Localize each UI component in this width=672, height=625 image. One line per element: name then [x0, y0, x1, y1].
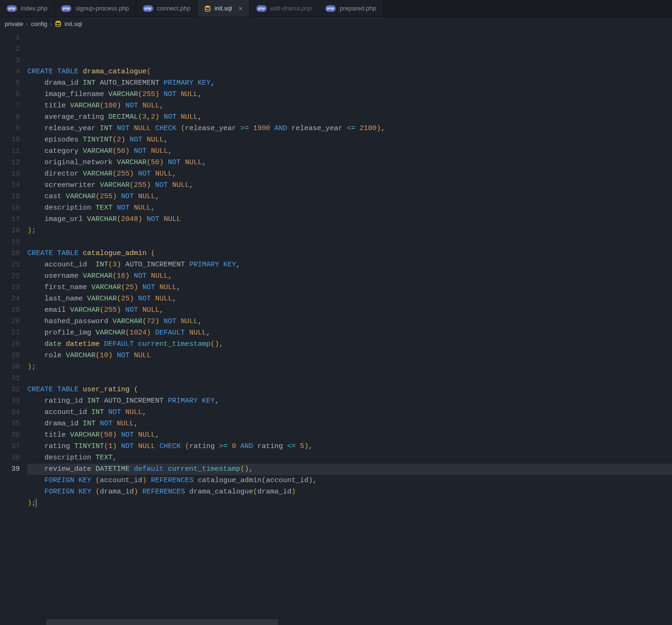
line-number: 13	[0, 168, 20, 180]
code-line[interactable]: rating TINYINT(1) NOT NULL CHECK (rating…	[27, 441, 672, 452]
line-number: 22	[0, 271, 20, 282]
tab-label: signup-process.php	[75, 5, 129, 12]
code-line[interactable]: hashed_password VARCHAR(72) NOT NULL,	[27, 316, 672, 327]
tab-connect-php[interactable]: phpconnect.php	[136, 0, 198, 17]
code-line[interactable]: drama_id INT AUTO_INCREMENT PRIMARY KEY,	[27, 78, 672, 89]
line-number: 34	[0, 407, 20, 418]
line-number: 38	[0, 452, 20, 464]
code-line[interactable]: release_year INT NOT NULL CHECK (release…	[27, 123, 672, 134]
line-number: 17	[0, 214, 20, 225]
text-cursor	[36, 499, 36, 507]
code-line[interactable]: profile_img VARCHAR(1024) DEFAULT NULL,	[27, 327, 672, 339]
code-line[interactable]: title VARCHAR(100) NOT NULL,	[27, 100, 672, 112]
code-line[interactable]: );	[27, 361, 672, 373]
line-number: 8	[0, 112, 20, 123]
php-icon: php	[7, 5, 17, 12]
code-line[interactable]: first_name VARCHAR(25) NOT NULL,	[27, 282, 672, 293]
line-number: 26	[0, 316, 20, 327]
tab-label: prepared.php	[340, 5, 376, 12]
code-line[interactable]: CREATE TABLE drama_catalogue(	[27, 66, 672, 78]
code-line[interactable]: role VARCHAR(10) NOT NULL	[27, 350, 672, 361]
code-line[interactable]: rating_id INT AUTO_INCREMENT PRIMARY KEY…	[27, 396, 672, 407]
tab-init-sql[interactable]: init.sql×	[198, 0, 250, 17]
code-line[interactable]: last_name VARCHAR(25) NOT NULL,	[27, 293, 672, 305]
code-line[interactable]	[27, 237, 672, 248]
line-number: 14	[0, 180, 20, 191]
line-number: 15	[0, 191, 20, 202]
line-number: 2	[0, 44, 20, 55]
code-area[interactable]: CREATE TABLE drama_catalogue( drama_id I…	[27, 30, 672, 511]
tab-label: init.sql	[215, 5, 232, 12]
line-number: 29	[0, 350, 20, 361]
code-line[interactable]: CREATE TABLE user_rating (	[27, 384, 672, 396]
line-number: 7	[0, 100, 20, 112]
line-number: 19	[0, 237, 20, 248]
code-line[interactable]: description TEXT NOT NULL,	[27, 202, 672, 214]
code-line[interactable]: CREATE TABLE catalogue_admin (	[27, 248, 672, 259]
code-line[interactable]: average_rating DECIMAL(3,2) NOT NULL,	[27, 112, 672, 123]
code-line[interactable]: drama_id INT NOT NULL,	[27, 418, 672, 430]
tab-edit-drama-php[interactable]: phpedit-drama.php	[250, 0, 319, 17]
code-line[interactable]: );	[27, 225, 672, 237]
line-number: 20	[0, 248, 20, 259]
code-line[interactable]: original_network VARCHAR(50) NOT NULL,	[27, 157, 672, 168]
code-line[interactable]: review_date DATETIME default current_tim…	[27, 464, 672, 475]
svg-point-0	[205, 6, 210, 8]
code-line[interactable]: screenwriter VARCHAR(255) NOT NULL,	[27, 180, 672, 191]
line-number: 35	[0, 418, 20, 430]
line-number: 37	[0, 441, 20, 452]
close-icon[interactable]: ×	[239, 5, 243, 12]
line-number: 25	[0, 305, 20, 316]
code-line[interactable]: image_url VARCHAR(2048) NOT NULL	[27, 214, 672, 225]
line-number: 18	[0, 225, 20, 237]
database-icon	[204, 5, 211, 12]
code-line[interactable]: category VARCHAR(50) NOT NULL,	[27, 146, 672, 157]
line-number: 5	[0, 78, 20, 89]
code-editor[interactable]: 1234567891011121314151617181920212223242…	[0, 30, 672, 625]
tab-label: connect.php	[157, 5, 191, 12]
php-icon: php	[325, 5, 336, 12]
line-number: 9	[0, 123, 20, 134]
line-number: 39	[0, 464, 20, 475]
code-line[interactable]: FOREIGN KEY (drama_id) REFERENCES drama_…	[27, 486, 672, 498]
code-line[interactable]: date datetime DEFAULT current_timestamp(…	[27, 339, 672, 350]
code-line[interactable]: username VARCHAR(16) NOT NULL,	[27, 271, 672, 282]
code-line[interactable]: );	[27, 498, 672, 509]
php-icon: php	[143, 5, 153, 12]
breadcrumb-file[interactable]: init.sql	[64, 20, 82, 27]
line-number: 21	[0, 259, 20, 271]
tab-label: edit-drama.php	[271, 5, 312, 12]
line-number: 27	[0, 327, 20, 339]
tab-signup-process-php[interactable]: phpsignup-process.php	[54, 0, 136, 17]
breadcrumb: private › config › init.sql	[0, 17, 672, 30]
line-number: 28	[0, 339, 20, 350]
code-line[interactable]: description TEXT,	[27, 452, 672, 464]
code-line[interactable]: cast VARCHAR(255) NOT NULL,	[27, 191, 672, 202]
line-number: 24	[0, 293, 20, 305]
line-number: 10	[0, 134, 20, 146]
code-line[interactable]: account_id INT NOT NULL,	[27, 407, 672, 418]
line-number: 3	[0, 55, 20, 66]
breadcrumb-segment[interactable]: private	[5, 20, 23, 27]
tab-index-php[interactable]: phpindex.php	[0, 0, 54, 17]
code-line[interactable]: image_filename VARCHAR(255) NOT NULL,	[27, 89, 672, 100]
code-line[interactable]: episodes TINYINT(2) NOT NULL,	[27, 134, 672, 146]
tab-prepared-php[interactable]: phpprepared.php	[319, 0, 383, 17]
line-number: 33	[0, 396, 20, 407]
tab-label: index.php	[21, 5, 47, 12]
chevron-right-icon: ›	[26, 20, 28, 27]
line-number: 30	[0, 361, 20, 373]
line-number: 6	[0, 89, 20, 100]
code-line[interactable]: director VARCHAR(255) NOT NULL,	[27, 168, 672, 180]
code-line[interactable]: email VARCHAR(255) NOT NULL,	[27, 305, 672, 316]
line-number: 1	[0, 32, 20, 44]
line-number: 23	[0, 282, 20, 293]
code-line[interactable]	[27, 373, 672, 384]
breadcrumb-segment[interactable]: config	[31, 20, 47, 27]
line-number: 16	[0, 202, 20, 214]
svg-point-1	[56, 21, 61, 23]
code-line[interactable]: title VARCHAR(50) NOT NULL,	[27, 430, 672, 441]
code-line[interactable]: FOREIGN KEY (account_id) REFERENCES cata…	[27, 475, 672, 486]
code-line[interactable]: account_id INT(3) AUTO_INCREMENT PRIMARY…	[27, 259, 672, 271]
horizontal-scrollbar-thumb[interactable]	[46, 619, 278, 625]
